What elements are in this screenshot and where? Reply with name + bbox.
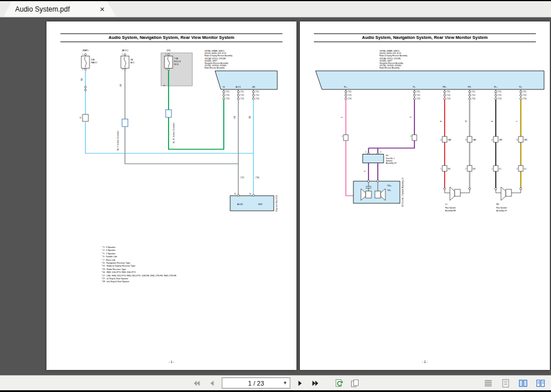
svg-text:K4: K4: [386, 154, 388, 157]
receiver-code-list: G3TNB, G3NBR, G4NC3, 6415D3, 6435S, 6C8,…: [380, 50, 407, 69]
svg-text:W: W: [465, 120, 467, 123]
document-tab[interactable]: Audio System.pdf ×: [3, 1, 116, 17]
front-door-speaker-box: TWL+ TWL- K2 Front No. 2 Speaker Assembl…: [353, 178, 404, 207]
svg-text:(*12): (*12): [226, 94, 230, 96]
svg-text:(*11): (*11): [416, 91, 420, 93]
svg-text:FL-: FL-: [413, 86, 416, 88]
svg-text:(*12): (*12): [416, 94, 420, 96]
first-page-icon: [192, 379, 201, 388]
page-number: - 1 -: [169, 360, 174, 364]
svg-text:AC42: AC42: [237, 203, 244, 206]
page-2-diagram: Audio System, Navigation System, Rear Vi…: [300, 21, 550, 370]
svg-text:Assembly LH: Assembly LH: [496, 210, 507, 212]
svg-text:5A: 5A: [131, 59, 134, 61]
svg-text:SB: SB: [249, 116, 251, 118]
svg-text:RR-: RR-: [468, 86, 471, 88]
copy-page-button[interactable]: [349, 377, 361, 389]
previous-page-button[interactable]: [206, 377, 218, 389]
svg-text:GA1: GA1: [448, 139, 452, 141]
svg-text:2: 2: [466, 168, 467, 170]
svg-text:IN1: IN1: [448, 168, 451, 170]
svg-text:12: 12: [249, 193, 252, 195]
svg-text:Assembly LH: Assembly LH: [386, 162, 396, 164]
svg-text:*12 : Radio & Display Receiver: *12 : Radio & Display Receiver Type: [102, 265, 135, 267]
front-no1-speaker: 1 2 K4 Front No. 1 Speaker Assembly LH V: [363, 151, 396, 181]
svg-text:Assembly RH: Assembly RH: [445, 210, 456, 212]
svg-text:15: 15: [234, 193, 237, 195]
facing-pages-view-icon: [518, 379, 528, 388]
svg-text:M2: M2: [496, 203, 499, 206]
legend-notes: * 3 : 6 Speaker * 4 : 4 Speaker * 5 : 2 …: [102, 246, 177, 283]
page-number-select[interactable]: 1 / 23 ▼: [222, 377, 291, 389]
diagram-title: Audio System, Navigation System, Rear Vi…: [109, 35, 235, 40]
svg-text:(*11): (*11): [471, 91, 475, 93]
svg-text:GB1: GB1: [524, 139, 528, 141]
svg-text:* 3 : 6 Speaker: * 3 : 6 Speaker: [102, 246, 116, 249]
book-view-icon: [536, 379, 545, 388]
single-page-view-icon: [484, 379, 493, 388]
svg-text:(*13): (*13): [226, 98, 230, 100]
svg-text:Rear Speaker: Rear Speaker: [496, 207, 507, 209]
svg-text:RR+: RR+: [443, 86, 447, 88]
page-2-header: Audio System, Navigation System, Rear Vi…: [314, 34, 536, 42]
svg-text:(*13): (*13): [240, 98, 244, 100]
last-page-button[interactable]: [310, 377, 322, 389]
svg-text:(*11): (*11): [498, 91, 501, 93]
tab-close-icon[interactable]: ×: [100, 5, 105, 13]
svg-text:IG: IG: [223, 86, 225, 88]
pdf-toolbar: 1 / 23 ▼: [0, 375, 551, 390]
book-view-button[interactable]: [535, 377, 546, 389]
svg-text:2: 2: [83, 69, 84, 71]
svg-text:(*13): (*13): [416, 98, 420, 100]
rr-plus-wire: 4 GA1 1 IN1 R: [440, 100, 452, 188]
svg-text:* 5 : 2 Speaker: * 5 : 2 Speaker: [102, 253, 116, 255]
single-page-view-button[interactable]: [482, 377, 494, 389]
fuse-bat: (BAT) 1 20A RADIO 2: [81, 49, 97, 71]
svg-text:(*12): (*12): [498, 94, 502, 96]
first-page-button[interactable]: [191, 377, 202, 389]
svg-text:(ACC): (ACC): [121, 49, 128, 52]
svg-text:(*27): (*27): [241, 177, 245, 179]
svg-text:K2 Front No. 2 Speaker Assembl: K2 Front No. 2 Speaker Assembly LH: [402, 178, 404, 207]
page-number: - 2 -: [422, 360, 428, 364]
svg-text:E42: E42: [258, 203, 263, 206]
svg-text:4: 4: [492, 139, 493, 141]
tab-bar: Audio System.pdf ×: [0, 1, 551, 17]
refresh-page-button[interactable]: [334, 377, 345, 389]
svg-text:7.5A: 7.5A: [174, 57, 179, 60]
svg-text:4: 4: [441, 139, 442, 141]
radio-receiver-block: IG ACC1 +B1 (*11) (*12) (*13) (*11) (*12…: [215, 71, 277, 100]
svg-text:V: V: [364, 170, 366, 172]
document-viewport[interactable]: Audio System, Navigation System, Rear Vi…: [0, 17, 551, 375]
diagram-title: Audio System, Navigation System, Rear Vi…: [362, 35, 488, 40]
svg-text:*27 : w/ Stop & Start System: *27 : w/ Stop & Start System: [102, 278, 128, 280]
svg-text:(*13): (*13): [471, 98, 475, 100]
continuous-view-button[interactable]: [500, 377, 511, 389]
svg-text:* 4 : 4 Speaker: * 4 : 4 Speaker: [102, 249, 116, 251]
fl-plus-wire: 1 P: [341, 100, 353, 196]
svg-text:1: 1: [122, 53, 123, 56]
facing-pages-view-button[interactable]: [517, 377, 529, 389]
svg-text:(*12): (*12): [348, 94, 352, 96]
next-page-button[interactable]: [295, 377, 306, 389]
svg-text:GA1: GA1: [473, 139, 477, 141]
svg-text:Rear Speaker: Rear Speaker: [445, 207, 456, 209]
svg-text:IL1: IL1: [499, 168, 502, 170]
svg-text:Radio Receiver Assembly: Radio Receiver Assembly: [205, 67, 225, 69]
svg-text:(*12): (*12): [446, 94, 450, 96]
dropdown-caret-icon: ▼: [283, 380, 288, 386]
svg-text:*16 : RHD 1GD-FTV, RHD 2GD-FTV: *16 : RHD 1GD-FTV, RHD 2GD-FTV: [102, 271, 136, 274]
svg-text:*11 : Navigation Receiver Type: *11 : Navigation Receiver Type: [102, 262, 130, 264]
svg-text:2: 2: [410, 135, 412, 138]
svg-text:*13 : Radio Receiver Type: *13 : Radio Receiver Type: [102, 268, 126, 271]
svg-text:GR: GR: [234, 116, 236, 119]
svg-text:ECU-IG: ECU-IG: [174, 60, 181, 63]
svg-text:1: 1: [441, 168, 442, 170]
svg-text:(*11): (*11): [523, 91, 526, 93]
previous-page-icon: [207, 379, 217, 388]
next-page-icon: [296, 379, 305, 388]
svg-text:(*12): (*12): [523, 94, 527, 96]
copy-page-icon: [350, 379, 360, 388]
svg-text:2: 2: [517, 168, 518, 170]
svg-text:IL1: IL1: [524, 168, 527, 170]
